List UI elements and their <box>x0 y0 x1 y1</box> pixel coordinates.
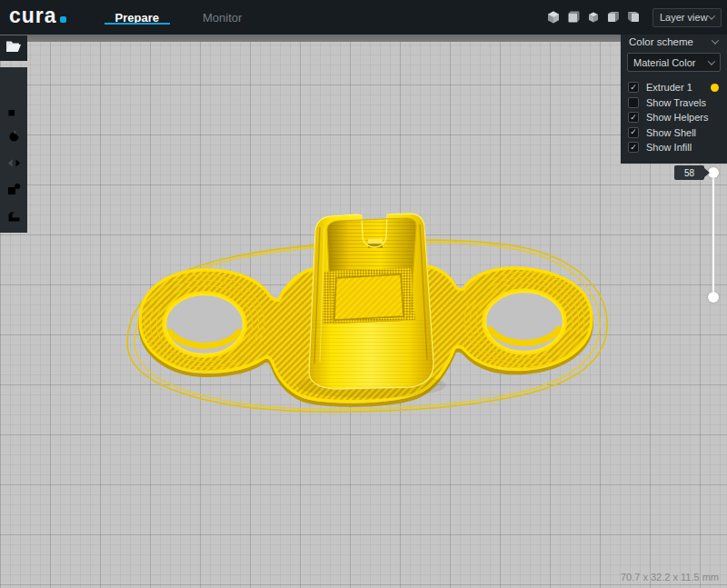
toggle-show-travels[interactable]: ✓ Show Travels <box>621 95 727 111</box>
tab-prepare[interactable]: Prepare <box>94 0 181 35</box>
open-file-button[interactable] <box>0 35 27 61</box>
view-3d-icon[interactable] <box>545 10 561 25</box>
3d-viewport[interactable]: 70.7 x 32.2 x 11.5 mm <box>0 35 727 588</box>
toggle-label: Show Infill <box>646 142 692 153</box>
tab-monitor[interactable]: Monitor <box>181 0 264 35</box>
color-scheme-label: Color scheme <box>629 36 693 47</box>
tower <box>307 214 436 391</box>
scale-tool-button[interactable] <box>0 97 27 124</box>
color-scheme-header[interactable]: Color scheme <box>621 35 727 53</box>
color-scheme-dropdown[interactable]: Material Color <box>627 53 721 72</box>
layer-slider-bottom-handle[interactable] <box>708 292 719 303</box>
view-right-icon[interactable] <box>625 10 641 25</box>
checkbox[interactable]: ✓ <box>628 97 639 108</box>
mirror-tool-button[interactable] <box>0 150 27 176</box>
top-bar: cura Prepare Monitor Layer view <box>0 0 727 35</box>
model-dimensions-label: 70.7 x 32.2 x 11.5 mm <box>621 572 719 583</box>
toggle-show-infill[interactable]: ✓ Show Infill <box>621 140 727 155</box>
tool-panel <box>0 67 27 233</box>
cura-logo-dot-icon <box>60 16 66 23</box>
layer-view-panel: Color scheme Material Color ✓ Extruder 1… <box>621 28 727 164</box>
view-top-icon[interactable] <box>585 10 601 25</box>
view-mode-dropdown[interactable]: Layer view <box>652 8 722 27</box>
open-file-icon <box>5 40 22 56</box>
checkbox[interactable]: ✓ <box>628 142 639 153</box>
chevron-down-icon <box>708 57 715 65</box>
toggle-show-helpers[interactable]: ✓ Show Helpers <box>621 110 727 125</box>
toggle-label: Show Shell <box>646 127 696 138</box>
cura-logo: cura <box>9 4 66 28</box>
checkbox[interactable]: ✓ <box>628 112 639 123</box>
stage-tabs: Prepare Monitor <box>94 0 264 35</box>
chevron-down-icon <box>712 36 719 44</box>
toggle-show-shell[interactable]: ✓ Show Shell <box>621 125 727 141</box>
view-mode-value: Layer view <box>660 12 708 23</box>
move-tool-button[interactable] <box>0 71 27 97</box>
checkbox[interactable]: ✓ <box>628 82 639 93</box>
rotate-tool-button[interactable] <box>0 124 27 150</box>
toggle-extruder-1[interactable]: ✓ Extruder 1 <box>621 80 727 95</box>
toggle-label: Extruder 1 <box>646 82 692 93</box>
toggle-label: Show Helpers <box>646 112 708 123</box>
color-scheme-value: Material Color <box>633 57 695 68</box>
extruder-color-swatch <box>711 84 719 92</box>
cura-window: cura Prepare Monitor Layer view <box>0 0 727 588</box>
printed-model[interactable] <box>0 35 727 588</box>
per-model-settings-button[interactable] <box>0 176 27 203</box>
view-front-icon[interactable] <box>565 10 581 25</box>
view-controls: Layer view <box>545 8 727 27</box>
checkbox[interactable]: ✓ <box>628 127 639 138</box>
view-left-icon[interactable] <box>605 10 621 25</box>
toggle-label: Show Travels <box>646 97 706 108</box>
chevron-down-icon <box>708 12 715 19</box>
cura-logo-text: cura <box>9 4 57 28</box>
layer-slider-track[interactable] <box>712 173 714 297</box>
layer-number: 58 <box>684 168 694 178</box>
model-group[interactable] <box>127 214 607 412</box>
layer-number-badge: 58 <box>674 165 704 180</box>
support-blocker-button[interactable] <box>0 203 27 229</box>
